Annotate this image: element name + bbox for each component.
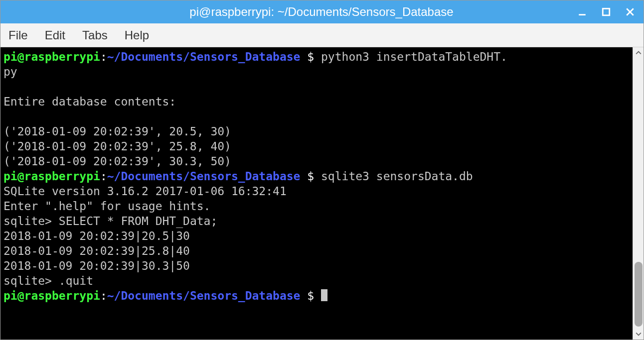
prompt-dollar: $ (300, 50, 321, 63)
prompt-colon: : (100, 170, 107, 183)
sqlite-prompt: sqlite> (3, 215, 59, 227)
close-icon (626, 7, 635, 16)
maximize-button[interactable] (600, 5, 613, 18)
terminal-output: Enter ".help" for usage hints. (3, 200, 210, 213)
prompt-path: ~/Documents/Sensors_Database (107, 50, 301, 63)
scroll-up-button[interactable] (633, 47, 644, 58)
prompt-path: ~/Documents/Sensors_Database (107, 170, 301, 183)
terminal-window: pi@raspberrypi: ~/Documents/Sensors_Data… (0, 0, 644, 340)
svg-rect-1 (603, 8, 610, 15)
chevron-up-icon (636, 50, 642, 56)
prompt-user: pi@raspberrypi (3, 50, 100, 63)
menubar: File Edit Tabs Help (0, 23, 644, 47)
command-continuation: py (3, 65, 17, 78)
minimize-icon (578, 7, 587, 16)
prompt-path: ~/Documents/Sensors_Database (107, 289, 301, 302)
cursor-icon (321, 289, 327, 301)
menu-tabs[interactable]: Tabs (79, 26, 111, 44)
terminal-output: ('2018-01-09 20:02:39', 30.3, 50) (3, 155, 231, 168)
sql-command: .quit (59, 274, 93, 287)
scroll-thumb[interactable] (635, 262, 643, 327)
maximize-icon (602, 7, 611, 16)
titlebar[interactable]: pi@raspberrypi: ~/Documents/Sensors_Data… (0, 0, 644, 23)
window-controls (576, 5, 637, 18)
window-title: pi@raspberrypi: ~/Documents/Sensors_Data… (7, 5, 576, 19)
sql-command: SELECT * FROM DHT_Data; (59, 215, 218, 227)
menu-help[interactable]: Help (122, 26, 152, 44)
terminal-output: ('2018-01-09 20:02:39', 20.5, 30) (3, 125, 231, 138)
command-text: sqlite3 sensorsData.db (321, 170, 473, 183)
terminal-output: ('2018-01-09 20:02:39', 25.8, 40) (3, 140, 231, 153)
prompt-user: pi@raspberrypi (3, 289, 100, 302)
terminal[interactable]: pi@raspberrypi:~/Documents/Sensors_Datab… (0, 47, 633, 340)
sqlite-prompt: sqlite> (3, 274, 59, 287)
scrollbar[interactable] (633, 47, 644, 340)
menu-edit[interactable]: Edit (42, 26, 68, 44)
minimize-button[interactable] (576, 5, 589, 18)
prompt-user: pi@raspberrypi (3, 170, 100, 183)
prompt-colon: : (100, 289, 107, 302)
terminal-output: 2018-01-09 20:02:39|20.5|30 (3, 229, 190, 242)
menu-file[interactable]: File (5, 26, 31, 44)
terminal-output: 2018-01-09 20:02:39|25.8|40 (3, 244, 190, 257)
scroll-down-button[interactable] (633, 329, 644, 340)
terminal-area: pi@raspberrypi:~/Documents/Sensors_Datab… (0, 47, 644, 340)
terminal-output: 2018-01-09 20:02:39|30.3|50 (3, 259, 190, 272)
terminal-output: SQLite version 3.16.2 2017-01-06 16:32:4… (3, 185, 287, 198)
chevron-down-icon (636, 331, 642, 337)
prompt-dollar: $ (300, 289, 321, 302)
terminal-output: Entire database contents: (3, 95, 176, 108)
prompt-dollar: $ (300, 170, 321, 183)
prompt-colon: : (100, 50, 107, 63)
close-button[interactable] (624, 5, 637, 18)
scroll-track[interactable] (635, 58, 643, 329)
command-text: python3 insertDataTableDHT. (321, 50, 507, 63)
